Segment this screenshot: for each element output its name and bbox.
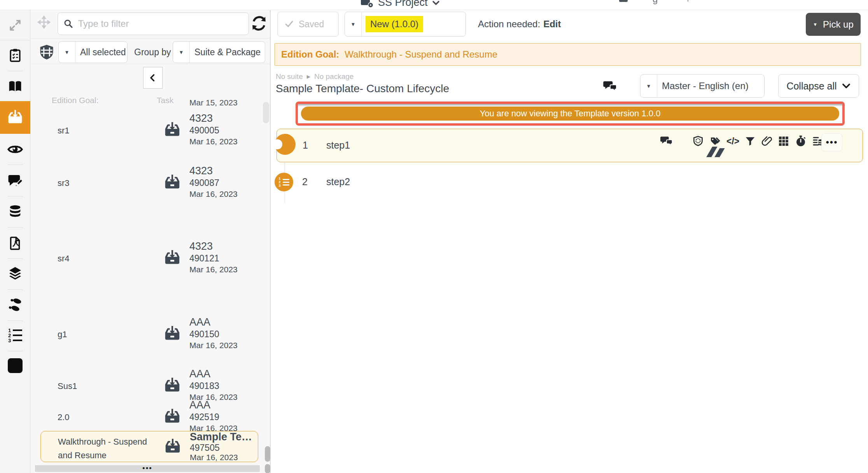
sidebar-item-tasks-active[interactable] (0, 101, 30, 134)
sidebar-item-numbered-list[interactable]: 123 (7, 327, 24, 344)
expand-cell[interactable] (0, 10, 30, 40)
eye-icon (7, 141, 23, 158)
breadcrumb[interactable]: No suite ▶ No package (276, 72, 354, 81)
step-comments-icon[interactable] (660, 135, 674, 148)
step2-type-icon[interactable]: 123 (275, 173, 293, 191)
slanted-bars-icon[interactable] (709, 147, 722, 157)
step-icon-strip: </> (692, 135, 824, 147)
chevron-down-icon (842, 81, 851, 91)
task-row[interactable]: g1 AAA 490150 Mar 16, 2023 (30, 313, 264, 356)
task-panel: ▼ All selected Group by ▼ Suite & Packag… (30, 10, 270, 473)
step-row-1[interactable]: 1 step1 </> (276, 129, 863, 162)
search-input[interactable] (78, 18, 243, 29)
task-name: 4323 (189, 165, 238, 177)
shield-icon[interactable] (692, 135, 704, 147)
stopwatch-icon[interactable] (794, 135, 807, 147)
task-info: 4323 490087 Mar 16, 2023 (189, 165, 238, 199)
collapse-panel-button[interactable] (143, 67, 163, 89)
group-by-dropdown[interactable]: ▼ Suite & Package (173, 41, 265, 63)
inner-shadow (298, 104, 842, 107)
clipped-text-fragment: g (653, 0, 658, 5)
task-goal: Walkthrough - Suspend and Resume (58, 435, 159, 462)
rail-divider (8, 289, 23, 290)
vertical-scrollbar-thumb[interactable] (263, 102, 269, 123)
task-name: Sample Te… (190, 431, 252, 443)
step-label[interactable]: step2 (326, 176, 350, 187)
step1-type-icon[interactable] (275, 134, 296, 155)
comment-edit-icon (7, 172, 23, 189)
task-id: 492519 (189, 411, 238, 423)
inbox-icon (163, 249, 181, 267)
project-switcher[interactable]: SS Project (360, 0, 440, 9)
pick-up-button[interactable]: ▼ Pick up (806, 13, 861, 36)
edition-goal-banner: Edition Goal: Walkthrough - Suspend and … (275, 43, 861, 66)
collapse-all-button[interactable]: Collapse all (778, 74, 859, 98)
task-date: Mar 16, 2023 (190, 453, 252, 462)
task-row[interactable]: sr4 4323 490121 Mar 16, 2023 (30, 237, 264, 280)
task-date: Mar 16, 2023 (189, 136, 238, 147)
column-header-task: Task (157, 96, 173, 105)
horizontal-scrollbar[interactable]: ••• (35, 465, 260, 472)
paperclip-icon[interactable] (761, 135, 773, 147)
version-dropdown[interactable]: ▼ New (1.0.0) (345, 12, 466, 37)
caret-down-icon: ▼ (646, 84, 651, 89)
task-id: 490121 (189, 252, 238, 264)
step-more-button[interactable]: ••• (821, 133, 842, 151)
task-row[interactable]: sr1 4323 490005 Mar 16, 2023 (30, 109, 264, 152)
book-icon (7, 79, 23, 94)
grid-icon[interactable] (778, 135, 789, 147)
saved-button[interactable]: Saved (277, 12, 339, 37)
task-goal: sr3 (58, 178, 70, 188)
group-by-label: Group by (134, 47, 171, 58)
sidebar-item-layers[interactable] (7, 265, 24, 282)
sidebar-item-preview[interactable] (7, 141, 24, 158)
pdf-file-icon (8, 236, 23, 251)
task-name: AAA (189, 399, 238, 411)
more-options-dots: ••• (826, 137, 838, 148)
tags-icon[interactable] (709, 135, 721, 147)
inbox-icon (164, 438, 182, 455)
caret-down-icon: ▼ (351, 22, 356, 27)
project-icon (360, 0, 374, 9)
shield-table-icon[interactable] (38, 44, 55, 61)
language-value: Master - English (en) (657, 81, 753, 91)
inbox-icon (163, 121, 181, 139)
sidebar-item-block[interactable] (7, 357, 24, 374)
task-row-selected[interactable]: Walkthrough - Suspend and Resume Sample … (40, 431, 258, 462)
task-id: 490183 (189, 380, 238, 392)
sidebar-item-library[interactable] (7, 78, 24, 95)
task-goal: Sus1 (58, 381, 77, 391)
code-icon[interactable]: </> (726, 135, 739, 147)
edition-goal-label: Edition Goal: (281, 49, 339, 60)
inbox-icon (7, 109, 24, 126)
filter-icon[interactable] (744, 135, 756, 147)
inbox-icon (163, 408, 181, 426)
square-icon (8, 358, 23, 373)
comments-icon[interactable] (602, 79, 618, 94)
search-icon (63, 18, 74, 29)
rail-divider (8, 321, 23, 321)
sidebar-item-checklist[interactable] (7, 47, 24, 64)
task-row[interactable]: sr3 4323 490087 Mar 16, 2023 (30, 162, 264, 205)
topbar: SS Project g (0, 0, 868, 10)
task-date: Mar 16, 2023 (189, 189, 238, 199)
sidebar-item-comments[interactable] (7, 172, 24, 189)
sidebar-item-pdf[interactable] (7, 235, 24, 252)
move-icon[interactable] (37, 16, 51, 29)
language-dropdown[interactable]: ▼ Master - English (en) (640, 74, 765, 98)
refresh-icon[interactable] (250, 15, 268, 32)
task-goal: 2.0 (58, 412, 70, 422)
sidebar-item-data[interactable] (7, 203, 24, 220)
layers-icon (7, 265, 23, 282)
sidebar-item-walkthrough[interactable] (7, 296, 24, 314)
clipped-row-date: Mar 15, 2023 (189, 98, 238, 107)
task-id: 497505 (190, 443, 252, 453)
task-goal: sr4 (58, 254, 70, 264)
scrollbar-grip-dots: ••• (142, 464, 152, 472)
vertical-scrollbar-thumb[interactable] (265, 446, 270, 462)
search-box[interactable] (58, 12, 249, 35)
edition-goal-value: Walkthrough - Suspend and Resume (345, 49, 497, 60)
step-connector (284, 162, 285, 173)
vertical-scrollbar-thumb[interactable] (265, 464, 270, 473)
suite-filter-dropdown[interactable]: ▼ All selected (58, 41, 128, 63)
